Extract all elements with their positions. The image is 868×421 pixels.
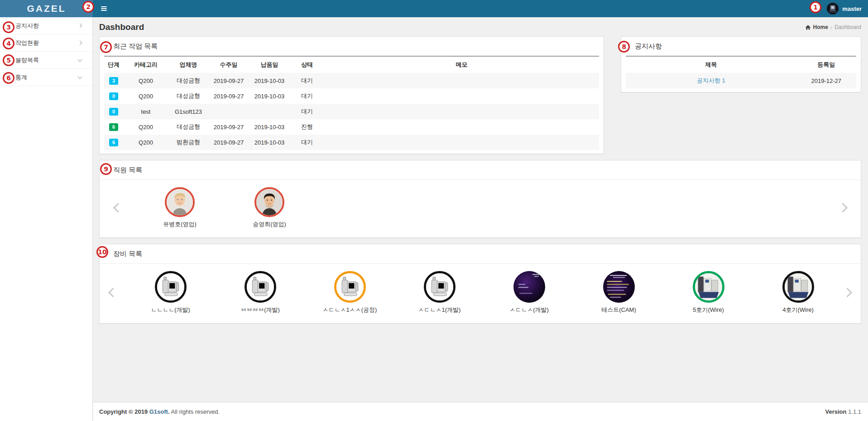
- recent-jobs-table: 단계 카테고리 업체명 수주일 납품일 상태 메모 3 Q200: [104, 56, 599, 150]
- equipment-item[interactable]: ㅅㄷㄴㅅ1ㅅㅅ(공정): [305, 271, 395, 314]
- table-row[interactable]: 공지사항 1 2019-12-27: [626, 73, 856, 88]
- sidebar-item-label: 불량목록: [15, 56, 39, 64]
- annotation-6: 6: [3, 72, 14, 84]
- col-due-date: 납품일: [249, 56, 290, 73]
- annotation-10: 10: [96, 246, 108, 258]
- col-order-date: 수주일: [208, 56, 249, 73]
- chevron-right-icon: [838, 203, 847, 213]
- annotation-2: 2: [82, 1, 94, 13]
- annotation-9: 9: [100, 163, 112, 175]
- equipment-name: ㅂㅂㅂㅂ(개발): [240, 306, 280, 314]
- recent-jobs-panel: 최근 작업 목록 단계 카테고리 업체명 수주일 납품일: [99, 36, 604, 154]
- home-icon: [805, 24, 811, 30]
- notice-table: 제목 등록일 공지사항 1 2019-12-27: [626, 56, 856, 88]
- machine-photo: [693, 271, 724, 303]
- annotation-7: 7: [100, 41, 112, 53]
- breadcrumb-home[interactable]: Home: [813, 24, 828, 30]
- employee-item[interactable]: 유병호(영업): [135, 187, 225, 228]
- table-row[interactable]: 0 Q200 대성금형 2019-09-27 2019-10-03 대기: [104, 88, 599, 104]
- equipment-item[interactable]: 4호기(Wire): [753, 271, 843, 314]
- equipment-title: 장비 목록: [113, 250, 142, 257]
- equipment-name: ㄴㄴㄴㄴ(개발): [151, 306, 190, 314]
- machine-icon: [245, 271, 276, 303]
- equipment-name: ㅅㄷㄴㅅ1ㅅㅅ(공정): [323, 306, 377, 314]
- step-badge: 0: [109, 108, 118, 116]
- chevron-left-icon: [108, 288, 118, 297]
- equipment-item[interactable]: 테스트(CAM): [574, 271, 664, 314]
- employee-name: 송영희(영업): [253, 220, 286, 228]
- notice-title: 공지사항: [635, 42, 662, 50]
- username: master: [842, 5, 862, 12]
- brand-link[interactable]: G1soft.: [149, 408, 170, 415]
- employee-avatar: [254, 187, 284, 217]
- chevron-left-icon: [113, 203, 122, 213]
- annotation-5: 5: [3, 54, 14, 66]
- col-step: 단계: [104, 56, 123, 73]
- annotation-4: 4: [3, 38, 14, 49]
- notice-link[interactable]: 공지사항 1: [697, 77, 725, 84]
- col-company: 업체명: [168, 56, 208, 73]
- annotation-3: 3: [3, 21, 14, 33]
- carousel-next-button[interactable]: [834, 204, 852, 211]
- version-text: Version 1.1.1: [825, 408, 861, 415]
- equipment-item[interactable]: ㅅㄷㄴㅅ1(개발): [395, 271, 484, 314]
- machine-photo: [782, 271, 814, 303]
- main-content: Dashboard Home › Dashboard 최근 작업 목록: [93, 17, 868, 421]
- col-category: 카테고리: [123, 56, 168, 73]
- user-avatar: [827, 3, 839, 15]
- equipment-item[interactable]: 5호기(Wire): [664, 271, 753, 314]
- machine-photo: [603, 271, 635, 303]
- step-badge: 6: [109, 123, 118, 131]
- machine-icon: [424, 271, 456, 303]
- col-notice-date: 등록일: [796, 56, 856, 73]
- equipment-panel: 장비 목록 ㄴㄴㄴㄴ(개발) ㅂㅂㅂㅂ(개발): [99, 244, 861, 324]
- equipment-item[interactable]: ㄴㄴㄴㄴ(개발): [126, 271, 216, 314]
- employee-avatar: [165, 187, 195, 217]
- table-row[interactable]: 6 Q200 범환금형 2019-09-27 2019-10-03 대기: [104, 135, 599, 150]
- top-navbar: GAZEL master: [0, 0, 868, 17]
- sidebar-toggle-button[interactable]: [101, 0, 113, 17]
- equipment-name: 4호기(Wire): [782, 306, 814, 314]
- carousel-prev-button[interactable]: [109, 204, 127, 211]
- table-row[interactable]: 6 Q200 대성금형 2019-09-27 2019-10-03 진행: [104, 119, 599, 135]
- user-menu[interactable]: master: [827, 3, 862, 15]
- hamburger-icon: [101, 6, 107, 7]
- sidebar-item-label: 작업현황: [15, 39, 39, 47]
- chevron-right-icon: [78, 24, 82, 28]
- notice-panel: 공지사항 제목 등록일 공지사항 1 2019-12-27: [621, 36, 861, 92]
- equipment-name: 5호기(Wire): [693, 306, 724, 314]
- employee-item[interactable]: 송영희(영업): [225, 187, 314, 228]
- machine-photo: [513, 271, 545, 303]
- page-title: Dashboard: [99, 22, 144, 32]
- employee-title: 직원 목록: [113, 166, 142, 174]
- sidebar-item-label: 통계: [15, 73, 27, 82]
- machine-icon: [334, 271, 366, 303]
- chevron-right-icon: [843, 288, 852, 297]
- employee-panel: 직원 목록 유병호(영업) 송영희(영업): [99, 160, 861, 238]
- step-badge: 0: [109, 92, 118, 100]
- carousel-next-button[interactable]: [843, 289, 852, 296]
- breadcrumb: Home › Dashboard: [805, 24, 861, 31]
- sidebar-item-label: 공지사항: [15, 22, 39, 30]
- equipment-item[interactable]: ㅅㄷㄴㅅ(개발): [484, 271, 574, 314]
- equipment-item[interactable]: ㅂㅂㅂㅂ(개발): [216, 271, 305, 314]
- table-row[interactable]: 0 test G1soft123 대기: [104, 104, 599, 119]
- chevron-down-icon: [78, 75, 82, 79]
- equipment-name: ㅅㄷㄴㅅ1(개발): [418, 306, 461, 314]
- col-notice-title: 제목: [626, 56, 796, 73]
- copyright-text: Copyright © 2019 G1soft. All rights rese…: [99, 408, 220, 415]
- col-status: 상태: [290, 56, 324, 73]
- breadcrumb-current: Dashboard: [834, 24, 861, 30]
- carousel-prev-button[interactable]: [109, 289, 118, 296]
- table-row[interactable]: 3 Q200 대성금형 2019-09-27 2019-10-03 대기: [104, 73, 599, 88]
- chevron-down-icon: [78, 58, 82, 62]
- employee-name: 유병호(영업): [163, 220, 197, 228]
- annotation-8: 8: [618, 41, 630, 53]
- step-badge: 6: [109, 139, 118, 146]
- col-memo: 메모: [324, 56, 599, 73]
- app-logo[interactable]: GAZEL: [0, 0, 93, 17]
- breadcrumb-separator: ›: [830, 24, 832, 31]
- chevron-right-icon: [78, 41, 82, 45]
- step-badge: 3: [109, 77, 118, 85]
- equipment-name: ㅅㄷㄴㅅ(개발): [509, 306, 549, 314]
